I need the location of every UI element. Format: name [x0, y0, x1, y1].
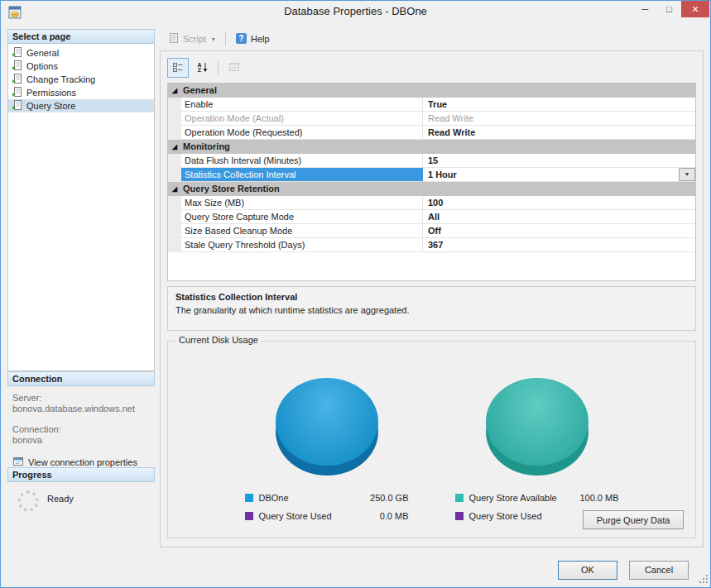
ok-button[interactable]: OK — [558, 561, 617, 580]
property-label[interactable]: Stale Query Threshold (Days) — [181, 238, 423, 252]
sidebar-item-change-tracking[interactable]: Change Tracking — [8, 73, 154, 86]
category-row-general[interactable]: ◢ General — [168, 84, 695, 98]
svg-text:Z: Z — [197, 67, 201, 73]
combo-dropdown-button[interactable]: ▼ — [679, 168, 695, 181]
category-row-monitoring[interactable]: ◢ Monitoring — [168, 140, 695, 154]
main-toolbar: Script ▼ ? Help — [160, 29, 704, 49]
purge-query-data-button[interactable]: Purge Query Data — [583, 510, 684, 529]
legend-label: DBOne — [259, 493, 371, 503]
chart-dbone: DBOne 250.0 GB Query Store Used 0.0 MB — [245, 378, 409, 525]
row-gutter — [168, 98, 181, 112]
category-name: Monitoring — [181, 140, 230, 154]
chart-query-store: Query Store Available 100.0 MB Query Sto… — [455, 378, 619, 525]
content-panel: A Z — [160, 50, 704, 547]
property-label[interactable]: Data Flush Interval (Minutes) — [181, 154, 423, 168]
property-row-operation-mode-actual[interactable]: Operation Mode (Actual) Read Write — [168, 112, 695, 126]
categorized-icon — [172, 61, 184, 74]
server-value: bonova.database.windows.net — [12, 404, 150, 414]
property-row-operation-mode-requested[interactable]: Operation Mode (Requested) Read Write — [168, 126, 695, 140]
row-gutter — [168, 168, 181, 182]
property-label[interactable]: Statistics Collection Interval — [181, 168, 423, 182]
sidebar-item-general[interactable]: General — [8, 46, 154, 60]
row-gutter — [168, 154, 181, 168]
category-gutter: ◢ — [168, 84, 181, 98]
script-button[interactable]: Script ▼ — [163, 30, 221, 48]
titlebar: Database Properties - DBOne ─ □ × — [1, 1, 710, 26]
close-button[interactable]: × — [681, 1, 709, 17]
database-properties-window: Database Properties - DBOne ─ □ × Select… — [0, 0, 711, 588]
legend-label: Query Store Used — [259, 511, 380, 521]
property-label[interactable]: Query Store Capture Mode — [181, 210, 423, 224]
category-name: General — [181, 84, 217, 98]
property-row-size-based-cleanup-mode[interactable]: Size Based Cleanup Mode Off — [168, 224, 695, 238]
connection-panel: Server: bonova.database.windows.net Conn… — [7, 386, 155, 467]
page-icon — [12, 99, 23, 112]
sidebar-item-permissions[interactable]: Permissions — [8, 86, 154, 99]
property-row-data-flush-interval[interactable]: Data Flush Interval (Minutes) 15 — [168, 154, 695, 168]
property-row-max-size[interactable]: Max Size (MB) 100 — [168, 196, 695, 210]
cancel-button[interactable]: Cancel — [629, 561, 689, 580]
categorized-button[interactable] — [167, 58, 189, 78]
property-row-statistics-collection-interval[interactable]: Statistics Collection Interval 1 Hour ▼ — [168, 168, 695, 182]
legend-label: Query Store Available — [469, 493, 580, 503]
minimize-button[interactable]: ─ — [633, 1, 657, 17]
category-row-query-store-retention[interactable]: ◢ Query Store Retention — [168, 182, 695, 196]
sidebar-item-label: Change Tracking — [26, 74, 95, 84]
row-gutter — [168, 112, 181, 126]
property-label[interactable]: Size Based Cleanup Mode — [181, 224, 423, 238]
legend-item-dbone: DBOne 250.0 GB — [245, 489, 409, 507]
row-gutter — [168, 196, 181, 210]
legend-dbone: DBOne 250.0 GB Query Store Used 0.0 MB — [245, 489, 409, 525]
progress-status: Ready — [47, 494, 74, 504]
close-icon: × — [692, 2, 699, 16]
property-row-query-store-capture-mode[interactable]: Query Store Capture Mode All — [168, 210, 695, 224]
legend-item-query-store-used-left: Query Store Used 0.0 MB — [245, 507, 409, 525]
legend-swatch — [245, 494, 253, 502]
minimize-icon: ─ — [642, 4, 649, 14]
sidebar-item-label: Permissions — [26, 88, 76, 98]
property-value[interactable]: Read Write — [423, 126, 695, 140]
property-value[interactable]: 15 — [423, 154, 695, 168]
page-icon — [12, 73, 23, 86]
sidebar-item-label: Query Store — [26, 101, 75, 111]
pie-top — [276, 378, 378, 466]
maximize-icon: □ — [666, 4, 672, 14]
property-pages-button[interactable] — [223, 58, 245, 78]
property-row-enable[interactable]: Enable True — [168, 98, 695, 112]
legend-value: 0.0 MB — [380, 511, 409, 521]
page-icon — [12, 46, 23, 60]
help-icon: ? — [235, 32, 247, 46]
property-row-stale-query-threshold[interactable]: Stale Query Threshold (Days) 367 — [168, 238, 695, 252]
property-label[interactable]: Max Size (MB) — [181, 196, 423, 210]
help-button[interactable]: ? Help — [230, 30, 275, 48]
chevron-down-icon: ▼ — [210, 36, 216, 42]
sidebar-item-options[interactable]: Options — [8, 60, 154, 73]
property-value[interactable]: 367 — [423, 238, 695, 252]
progress-spinner-icon — [17, 490, 39, 512]
window-title: Database Properties - DBOne — [1, 1, 710, 26]
legend-label: Query Store Used — [469, 511, 590, 521]
connection-block: Connection: bonova — [12, 424, 150, 446]
description-text: The granularity at which runtime statist… — [175, 305, 688, 315]
property-value-combobox[interactable]: 1 Hour ▼ — [423, 168, 695, 182]
sidebar: Select a page General Options Change Tra… — [7, 29, 155, 552]
property-value[interactable]: Read Write — [423, 112, 695, 126]
progress-panel: Ready — [7, 482, 155, 552]
resize-grip[interactable] — [698, 573, 709, 586]
property-label[interactable]: Operation Mode (Requested) — [181, 126, 423, 140]
svg-text:?: ? — [239, 34, 244, 43]
maximize-button[interactable]: □ — [657, 1, 681, 17]
category-expanded-icon: ◢ — [172, 88, 177, 94]
property-value[interactable]: 100 — [423, 196, 695, 210]
row-gutter — [168, 126, 181, 140]
sidebar-item-query-store[interactable]: Query Store — [8, 99, 154, 112]
property-value[interactable]: True — [423, 98, 695, 112]
property-label[interactable]: Enable — [181, 98, 423, 112]
category-name: Query Store Retention — [181, 182, 280, 196]
row-gutter — [168, 210, 181, 224]
property-value[interactable]: All — [423, 210, 695, 224]
property-label[interactable]: Operation Mode (Actual) — [181, 112, 423, 126]
property-value[interactable]: Off — [423, 224, 695, 238]
connection-label: Connection: — [12, 424, 150, 435]
alphabetical-sort-button[interactable]: A Z — [191, 58, 213, 78]
